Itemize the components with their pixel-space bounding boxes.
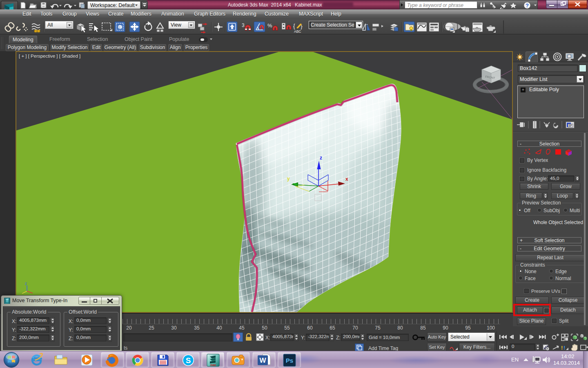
- svg-text:{: {: [293, 23, 295, 29]
- svg-text:[ + ] [ Perspective ] [ Shaded: [ + ] [ Perspective ] [ Shaded ]: [19, 54, 80, 58]
- svg-text:ABC: ABC: [294, 29, 301, 34]
- svg-text:x: x: [345, 176, 348, 182]
- svg-text:%: %: [267, 22, 272, 29]
- svg-text:!: !: [561, 345, 563, 351]
- svg-text:z: z: [25, 281, 27, 286]
- svg-text:z: z: [320, 155, 322, 161]
- svg-text:max: max: [210, 364, 216, 366]
- svg-text:?: ?: [526, 2, 529, 9]
- svg-text:S: S: [186, 356, 191, 365]
- svg-text:3: 3: [242, 22, 245, 28]
- svg-text:W: W: [259, 357, 266, 364]
- svg-text:y: y: [287, 176, 290, 182]
- svg-text:!: !: [564, 345, 565, 351]
- svg-text:Ps: Ps: [286, 357, 293, 364]
